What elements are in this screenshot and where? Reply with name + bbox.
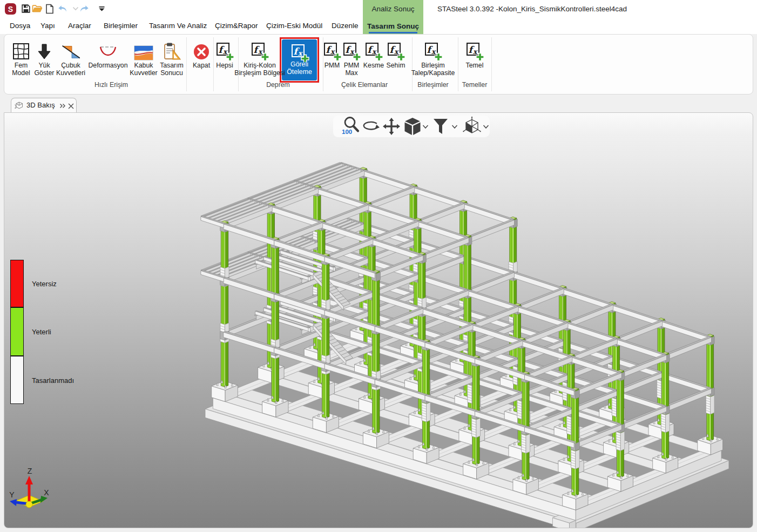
- legend-swatch-yeterli: [10, 307, 24, 356]
- ribbon-button-kesme[interactable]: fxKesme: [361, 37, 386, 91]
- legend-swatch-tasarlanmad: [10, 356, 24, 404]
- steel-structure: ZYX: [9, 163, 729, 528]
- ribbon-button-label: Deformasyon: [85, 62, 131, 70]
- ribbon-button-label: Temel: [459, 62, 490, 70]
- menu-item-birle-imler[interactable]: Birleşimler: [104, 18, 138, 34]
- viewport-3d[interactable]: ZYX 100 YetersizYeterliTasarlanmadı: [4, 112, 753, 528]
- document-tab-strip: 3D Bakış: [4, 95, 753, 112]
- ribbon-button-ubuk-kuvvetleri[interactable]: Çubuk Kuvvetleri: [55, 37, 87, 91]
- new-document-icon[interactable]: [44, 3, 55, 14]
- ribbon-button-label: Birleşim Talep/Kapasite: [405, 62, 461, 77]
- tab-label: 3D Bakış: [26, 101, 55, 109]
- ribbon-button-label: Kesme: [361, 62, 386, 70]
- ribbon-button-birle-im-talep-kapasite[interactable]: fxBirleşim Talep/Kapasite: [405, 37, 461, 91]
- ribbon-button-label: PMM Max: [340, 62, 363, 77]
- axis-triad: ZYX: [9, 467, 49, 508]
- zoom-icon[interactable]: 100: [341, 116, 360, 137]
- fx-plus-icon: fx: [230, 39, 289, 60]
- customize-quick-access-icon[interactable]: [96, 3, 107, 14]
- legend-swatch-yetersiz: [10, 260, 24, 307]
- legend-label-yeterli: Yeterli: [32, 328, 51, 336]
- svg-text:100: 100: [342, 129, 352, 135]
- filter-icon[interactable]: [432, 116, 449, 137]
- legend-label-yetersiz: Yetersiz: [32, 280, 57, 288]
- ribbon-button-tasar-m-sonucu[interactable]: Tasarım Sonucu: [156, 37, 188, 91]
- ribbon-button-deformasyon[interactable]: Deformasyon: [85, 37, 131, 91]
- redo-icon[interactable]: [79, 3, 90, 14]
- save-icon[interactable]: [21, 3, 31, 14]
- dropdown-chevron-icon[interactable]: [422, 116, 429, 137]
- viewport-toolbar: 100: [333, 116, 490, 137]
- orbit-icon[interactable]: [362, 116, 380, 137]
- ribbon-button-pmm-max[interactable]: fxPMM Max: [340, 37, 363, 91]
- render-mode-cube-icon[interactable]: [462, 116, 482, 137]
- close-tab-icon[interactable]: [67, 102, 75, 112]
- axis-label-y: Y: [9, 490, 15, 499]
- dropdown-chevron-icon[interactable]: [451, 116, 458, 137]
- view3d-cube-icon: [14, 101, 25, 113]
- design-result-icon: [156, 39, 188, 60]
- ribbon-button-label: Kabuk Kuvvetler: [127, 62, 160, 77]
- ribbon: Fem ModelYük GösterÇubuk KuvvetleriDefor…: [4, 34, 753, 95]
- menu-item-dosya[interactable]: Dosya: [10, 18, 30, 34]
- menu-item-d-zenle[interactable]: Düzenle: [332, 18, 359, 34]
- open-folder-icon[interactable]: [32, 3, 43, 14]
- window-title: STASteel 3.0.392 -Kolon_Kiris_SismikKont…: [437, 5, 627, 13]
- fx-plus-icon: fx: [340, 39, 363, 60]
- shell-contour-icon: [127, 39, 160, 60]
- ribbon-button-label: Çubuk Kuvvetleri: [55, 62, 87, 77]
- fx-plus-icon: fx: [361, 39, 386, 60]
- menu-item-tasar-m-ve-analiz[interactable]: Tasarım Ve Analiz: [149, 18, 207, 34]
- views-cube-icon[interactable]: [403, 116, 422, 137]
- structure-3d-scene[interactable]: ZYX: [4, 113, 753, 528]
- fx-plus-icon: fx: [405, 39, 461, 60]
- ribbon-group-separator: [491, 37, 492, 91]
- legend-label-tasarlanmad: Tasarlanmadı: [32, 376, 74, 384]
- tab-analiz-sonuc[interactable]: Analiz Sonuç: [363, 0, 423, 18]
- app-logo[interactable]: S: [5, 3, 16, 15]
- menu-item-izim-rapor[interactable]: Çizim&Rapor: [215, 18, 258, 34]
- ribbon-context-tabs: Analiz Sonuç Tasarım Sonuç: [363, 0, 423, 34]
- ribbon-button-kabuk-kuvvetler[interactable]: Kabuk Kuvvetler: [127, 37, 160, 91]
- axis-label-x: X: [44, 488, 49, 497]
- deform-curve-icon: [85, 39, 131, 60]
- active-context-underline: [369, 32, 417, 33]
- ribbon-button-kiri-kolon-bir-le-im-b-lgesi[interactable]: fxKiriş-Kolon Birşleşim Bölgesi: [230, 37, 289, 91]
- ribbon-button-label: Kiriş-Kolon Birşleşim Bölgesi: [230, 62, 289, 77]
- ribbon-button-label: Tasarım Sonucu: [156, 62, 188, 77]
- menu-item-izim-eski-mod-l[interactable]: Çizim-Eski Modül: [266, 18, 322, 34]
- menu-item-yap[interactable]: Yapı: [40, 18, 55, 34]
- axis-label-z: Z: [28, 467, 32, 475]
- shear-diagram-icon: [55, 39, 87, 60]
- scene-svg[interactable]: ZYX: [4, 113, 753, 528]
- unpin-tab-icon[interactable]: [59, 102, 66, 112]
- undo-icon[interactable]: [57, 3, 68, 14]
- tab-3d-bakis[interactable]: 3D Bakış: [11, 98, 77, 113]
- fx-plus-icon: fx: [459, 39, 490, 60]
- menu-item-ara-lar[interactable]: Araçlar: [68, 18, 91, 34]
- ribbon-button-temel[interactable]: fxTemel: [459, 37, 490, 91]
- pan-icon[interactable]: [382, 116, 401, 137]
- dropdown-chevron-icon[interactable]: [483, 116, 489, 137]
